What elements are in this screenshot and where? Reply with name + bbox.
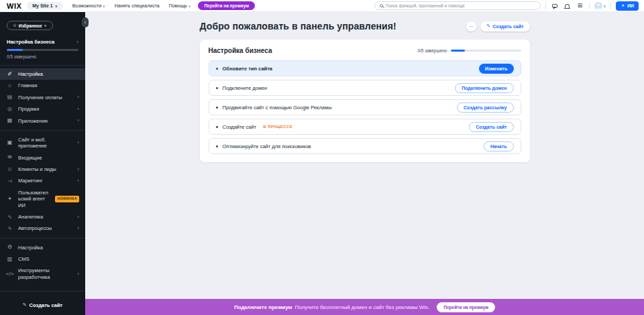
- favorites-button[interactable]: ☆ Избранное ∨: [7, 21, 53, 30]
- topbar-link-hire-professional[interactable]: Нанять специалиста: [115, 3, 160, 8]
- chevron-down-icon: ∨: [44, 23, 47, 27]
- app-shell: ☆ Избранное ∨ ‹ Настройка бизнеса › 0/5 …: [0, 12, 644, 315]
- contacts-icon: ☺: [6, 167, 13, 172]
- sidebar-item-label: Приложения: [18, 118, 72, 124]
- sidebar-item-label: Клиенты и лиды: [18, 166, 72, 172]
- sidebar-item-inbox[interactable]: ✉Входящие: [0, 152, 85, 164]
- chevron-right-icon: ›: [77, 226, 79, 231]
- topbar-nav: Возможности∨Нанять специалистаПомощь∨: [72, 3, 191, 8]
- task-button-seo[interactable]: Начать: [484, 141, 513, 151]
- sparkle-icon: ✦: [621, 3, 625, 9]
- banner-title: Подключите премиум: [234, 304, 292, 310]
- sidebar-divider: [0, 238, 85, 239]
- task-list: Обновите тип сайтаИзменитьПодключите дом…: [209, 60, 521, 154]
- banner-upgrade-button[interactable]: Перейти на премиум: [437, 302, 495, 312]
- topbar-link-help[interactable]: Помощь∨: [169, 3, 191, 8]
- sidebar-item-dev-tools[interactable]: </>Инструменты разработчика›: [0, 265, 85, 283]
- inbox-icon: ✉: [6, 155, 13, 160]
- pencil-icon: ✎: [486, 23, 490, 29]
- chevron-down-icon: ∨: [55, 4, 58, 8]
- topbar-link-features[interactable]: Возможности∨: [72, 3, 105, 8]
- sidebar-item-label: Входящие: [18, 155, 79, 161]
- setup-icon: ✐: [6, 72, 13, 77]
- sidebar-create-site-button[interactable]: ✎ Создать сайт: [23, 302, 63, 308]
- chevron-right-icon: ›: [77, 94, 79, 100]
- chat-icon[interactable]: [551, 2, 559, 10]
- task-button-connect-domain[interactable]: Подключить домен: [455, 83, 513, 93]
- card-progress-track: [451, 50, 521, 52]
- task-label: Создайте сайт: [223, 124, 257, 130]
- card-header: Настройка бизнеса 0/5 завершено: [209, 47, 521, 54]
- divider: [589, 3, 590, 9]
- ai-agent-icon: ✦: [6, 196, 13, 202]
- upgrade-button[interactable]: Перейти на премиум: [198, 1, 255, 10]
- sidebar-item-cms[interactable]: ▥CMS: [0, 253, 85, 265]
- collapse-sidebar-button[interactable]: ‹: [82, 17, 89, 27]
- automations-icon: ϟ: [6, 226, 13, 231]
- task-button-google-ads[interactable]: Создать рассылку: [457, 103, 514, 113]
- notifications-bell-icon[interactable]: [564, 2, 572, 10]
- sidebar-item-label: Настройка: [18, 71, 79, 77]
- pencil-icon: ✎: [23, 302, 27, 308]
- sidebar-item-setup[interactable]: ✐Настройка: [0, 68, 85, 80]
- sidebar-item-label: Аналитика: [18, 214, 72, 220]
- page-header: Добро пожаловать в панель управления! ··…: [200, 21, 530, 32]
- divider: [610, 3, 611, 9]
- sidebar-item-payments[interactable]: ▤Получение оплаты›: [0, 92, 85, 103]
- task-button-update-site-type[interactable]: Изменить: [479, 64, 514, 74]
- apps-icon: ▦: [6, 118, 13, 123]
- topbar-link-label: Помощь: [169, 3, 187, 8]
- main-area: Добро пожаловать в панель управления! ··…: [85, 12, 644, 315]
- sidebar-item-automations[interactable]: ϟАвтопроцессы›: [0, 223, 85, 234]
- more-options-button[interactable]: ···: [466, 21, 476, 32]
- task-label: Подключите домен: [223, 85, 268, 91]
- site-mobile-icon: ▣: [6, 140, 13, 145]
- sidebar-progress-fill: [7, 49, 23, 51]
- ai-assistant-button[interactable]: ✦ ИИ: [616, 1, 639, 11]
- chevron-right-icon: ›: [77, 178, 79, 184]
- sidebar-item-contacts[interactable]: ☺Клиенты и лиды›: [0, 164, 85, 175]
- bullet-icon: [216, 145, 218, 147]
- chevron-right-icon: ›: [77, 118, 79, 123]
- chevron-right-icon: ›: [77, 140, 79, 145]
- sidebar-item-sales[interactable]: ◎Продажи›: [0, 103, 85, 115]
- sidebar-item-label: Инструменты разработчика: [18, 267, 72, 280]
- sidebar-item-settings[interactable]: ⚙Настройка: [0, 242, 85, 253]
- chevron-down-icon: ∨: [103, 4, 105, 8]
- create-site-button[interactable]: ✎ Создать сайт: [480, 21, 529, 32]
- sidebar-item-label: Автопроцессы: [18, 225, 72, 231]
- sidebar-setup-title: Настройка бизнеса: [7, 39, 54, 45]
- payments-icon: ▤: [6, 94, 13, 100]
- bullet-icon: [216, 68, 218, 70]
- topbar-link-label: Нанять специалиста: [115, 3, 160, 8]
- search-bar[interactable]: [374, 1, 541, 10]
- sidebar-top: ☆ Избранное ∨ ‹: [0, 12, 85, 35]
- account-menu[interactable]: ∨: [594, 2, 606, 10]
- site-selector[interactable]: My Site 1 ∨: [28, 2, 62, 9]
- chevron-right-icon: ›: [77, 107, 79, 112]
- apps-grid-icon[interactable]: ⊞: [576, 2, 584, 10]
- search-icon: [380, 4, 383, 7]
- favorites-label: Избранное: [19, 23, 42, 28]
- search-input[interactable]: [386, 3, 535, 8]
- topbar-link-label: Возможности: [72, 3, 101, 8]
- sidebar-item-home[interactable]: ⌂Главная: [0, 80, 85, 91]
- chevron-right-icon: ›: [77, 214, 79, 220]
- sidebar-item-label: Настройка: [18, 245, 79, 251]
- sidebar-item-marketing[interactable]: ◅Маркетинг›: [0, 175, 85, 186]
- sidebar-item-apps[interactable]: ▦Приложения›: [0, 115, 85, 127]
- sidebar-bottom: ✎ Создать сайт: [0, 291, 85, 315]
- bullet-icon: [216, 87, 218, 89]
- sidebar-progress-label: 0/5 завершено: [7, 54, 78, 59]
- sidebar-item-site-mobile[interactable]: ▣Сайт и моб. приложение›: [0, 134, 85, 152]
- topbar-right: ⊞ ∨ ✦ ИИ: [374, 1, 639, 11]
- analytics-icon: ∿: [6, 214, 13, 220]
- task-label: Обновите тип сайта: [223, 66, 273, 72]
- task-button-create-site[interactable]: Создать сайт: [469, 122, 513, 132]
- site-selector-label: My Site 1: [32, 3, 52, 8]
- sidebar-item-analytics[interactable]: ∿Аналитика›: [0, 211, 85, 223]
- ai-button-label: ИИ: [627, 3, 634, 8]
- sidebar-item-ai-agent[interactable]: ✦Пользовательский агент ИИНОВИНКА: [0, 187, 85, 211]
- chevron-down-icon: ∨: [604, 4, 606, 8]
- sidebar-setup-progress[interactable]: Настройка бизнеса › 0/5 завершено: [0, 35, 85, 66]
